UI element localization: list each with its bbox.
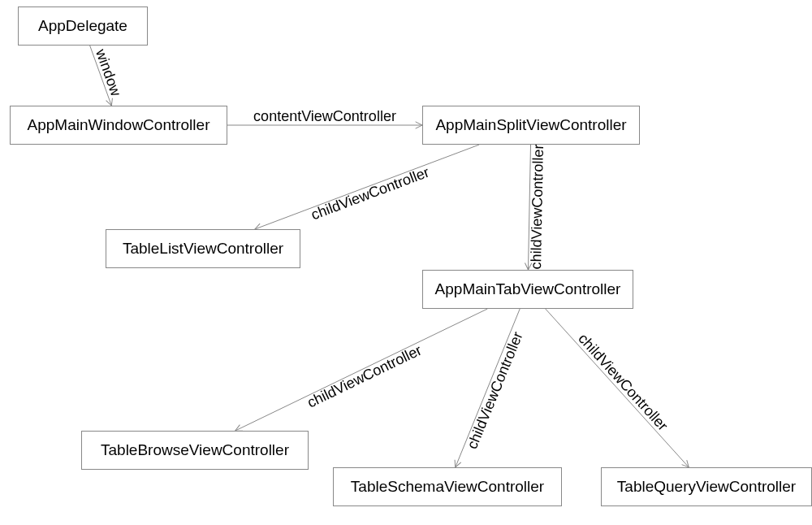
edge-label-appMainTab-to-tableBrowse: childViewController	[305, 342, 425, 412]
edge-label-appMainSplit-to-appMainTab: childViewController	[528, 145, 547, 270]
edge-label-appDelegate-to-appMainWindow: window	[92, 46, 124, 98]
node-tableBrowse: TableBrowseViewController	[81, 431, 309, 470]
node-tableSchema: TableSchemaViewController	[333, 467, 562, 506]
node-appMainSplit: AppMainSplitViewController	[422, 106, 640, 145]
node-tableQuery: TableQueryViewController	[601, 467, 812, 506]
node-appMainTab: AppMainTabViewController	[422, 270, 633, 309]
edge-label-appMainTab-to-tableSchema: childViewController	[464, 330, 526, 452]
node-appDelegate: AppDelegate	[18, 7, 148, 46]
edge-label-appMainTab-to-tableQuery: childViewController	[575, 330, 672, 434]
edge-label-appMainWindow-to-appMainSplit: contentViewController	[253, 108, 396, 125]
node-appMainWindow: AppMainWindowController	[10, 106, 227, 145]
edge-label-appMainSplit-to-tableList: childViewController	[309, 164, 431, 224]
node-tableList: TableListViewController	[106, 229, 300, 268]
